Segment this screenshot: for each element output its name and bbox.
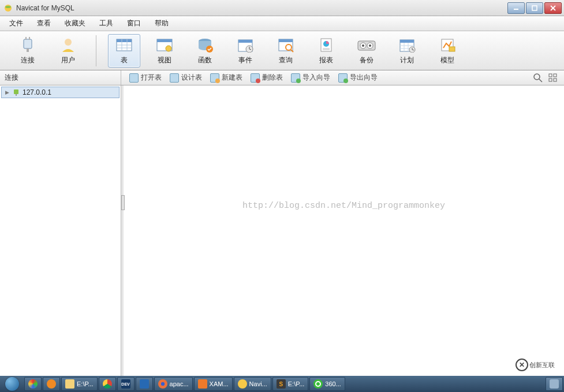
model-icon <box>438 36 457 54</box>
query-icon <box>276 36 296 54</box>
report-icon <box>316 36 336 54</box>
start-button[interactable] <box>1 376 23 391</box>
toolbar-label: 报表 <box>319 55 333 65</box>
taskbar-sublime[interactable]: SE:\P... <box>272 377 309 391</box>
delete-icon <box>251 73 260 83</box>
toolbar-label: 模型 <box>440 55 454 65</box>
view-icon <box>155 36 174 54</box>
taskbar-navicat[interactable]: Navi... <box>234 377 271 391</box>
design-table-button[interactable]: 设计表 <box>166 72 206 84</box>
taskbar-app[interactable] <box>136 377 153 391</box>
new-table-button[interactable]: 新建表 <box>207 72 246 84</box>
close-button[interactable] <box>544 2 562 14</box>
toolbar-label: 表 <box>121 55 128 65</box>
task-label: E:\P... <box>288 380 305 387</box>
schedule-icon <box>397 36 417 54</box>
toolbar-label: 事件 <box>238 55 252 65</box>
action-label: 打开表 <box>141 73 162 83</box>
tree-item-connection[interactable]: ▶ 127.0.0.1 <box>1 87 119 98</box>
table-actions: 打开表 设计表 新建表 删除表 导入向导 导出向导 <box>121 70 533 85</box>
grid-icon <box>548 73 558 83</box>
sub-toolbar: 连接 打开表 设计表 新建表 删除表 导入向导 导出向导 <box>0 70 564 85</box>
taskbar-dev[interactable]: DEV <box>117 377 135 391</box>
svg-point-1 <box>5 6 11 8</box>
toolbar-function[interactable]: 函数 <box>189 34 221 68</box>
toolbar-label: 函数 <box>198 55 212 65</box>
plug-icon <box>18 36 38 54</box>
title-bar: Navicat for MySQL <box>0 0 564 16</box>
svg-rect-3 <box>532 6 537 10</box>
toolbar-label: 备份 <box>360 55 373 65</box>
svg-point-10 <box>65 39 72 46</box>
svg-rect-54 <box>554 74 556 77</box>
svg-point-38 <box>362 44 364 47</box>
xampp-icon <box>198 379 207 389</box>
delete-table-button[interactable]: 删除表 <box>247 72 286 84</box>
window-buttons <box>507 2 562 14</box>
taskbar-firefox[interactable]: apac... <box>154 377 193 391</box>
backup-icon <box>357 36 376 54</box>
toolbar-label: 视图 <box>158 55 171 65</box>
svg-point-51 <box>534 74 540 80</box>
svg-rect-9 <box>29 37 30 40</box>
menu-favorites[interactable]: 收藏夹 <box>58 17 92 30</box>
toolbar-user[interactable]: 用户 <box>52 34 84 68</box>
svg-line-52 <box>539 79 542 82</box>
menu-window[interactable]: 窗口 <box>120 17 148 30</box>
svg-point-19 <box>166 46 171 51</box>
toolbar-event[interactable]: 事件 <box>229 34 262 68</box>
search-button[interactable] <box>533 73 543 83</box>
action-label: 导出向导 <box>350 73 378 83</box>
taskbar-tray[interactable] <box>546 377 563 391</box>
import-icon <box>291 73 300 83</box>
toolbar-label: 连接 <box>21 55 35 65</box>
app-icon <box>28 379 38 389</box>
menu-tools[interactable]: 工具 <box>92 17 120 30</box>
toolbar-view[interactable]: 视图 <box>148 34 181 68</box>
taskbar-app[interactable] <box>24 377 42 391</box>
user-icon <box>58 36 78 54</box>
toolbar-table[interactable]: 表 <box>108 34 140 68</box>
tree-header: 连接 <box>0 70 121 85</box>
folder-icon <box>65 379 74 389</box>
action-label: 删除表 <box>262 73 283 83</box>
splitter-handle[interactable] <box>121 195 125 210</box>
action-label: 设计表 <box>181 73 202 83</box>
toolbar-schedule[interactable]: 计划 <box>391 34 423 68</box>
svg-rect-18 <box>157 39 172 42</box>
toolbar-label: 用户 <box>61 55 75 65</box>
toolbar-model[interactable]: 模型 <box>431 34 464 68</box>
design-icon <box>170 73 179 83</box>
svg-rect-23 <box>238 40 252 43</box>
connection-tree[interactable]: ▶ 127.0.0.1 <box>0 85 121 376</box>
taskbar-explorer[interactable]: E:\P... <box>61 377 98 391</box>
toolbar-connect[interactable]: 连接 <box>12 34 44 68</box>
expand-arrow-icon[interactable]: ▶ <box>4 89 10 95</box>
maximize-button[interactable] <box>526 2 543 14</box>
search-icon <box>533 73 543 83</box>
grid-view-button[interactable] <box>548 73 558 83</box>
import-wizard-button[interactable]: 导入向导 <box>287 72 334 84</box>
taskbar-360[interactable]: 360... <box>309 377 345 391</box>
dev-icon: DEV <box>121 379 130 389</box>
firefox-icon <box>158 379 167 389</box>
watermark-text: http://blog.csdn.net/Mind_programmonkey <box>242 201 445 211</box>
toolbar-backup[interactable]: 备份 <box>350 34 383 68</box>
menu-view[interactable]: 查看 <box>30 17 58 30</box>
tray-icon <box>550 379 559 389</box>
toolbar-report[interactable]: 报表 <box>310 34 342 68</box>
taskbar-xampp[interactable]: XAM... <box>194 377 233 391</box>
navicat-icon <box>238 379 247 389</box>
app-icon <box>140 379 149 389</box>
minimize-button[interactable] <box>507 2 525 14</box>
taskbar-app[interactable] <box>43 377 60 391</box>
export-wizard-button[interactable]: 导出向导 <box>335 72 381 84</box>
svg-rect-8 <box>25 37 27 40</box>
taskbar-chrome[interactable] <box>99 377 116 391</box>
svg-rect-6 <box>24 39 32 48</box>
menu-help[interactable]: 帮助 <box>148 17 175 30</box>
toolbar-query[interactable]: 查询 <box>270 34 302 68</box>
menu-file[interactable]: 文件 <box>2 17 30 30</box>
open-table-button[interactable]: 打开表 <box>126 72 165 84</box>
svg-point-39 <box>369 44 371 47</box>
